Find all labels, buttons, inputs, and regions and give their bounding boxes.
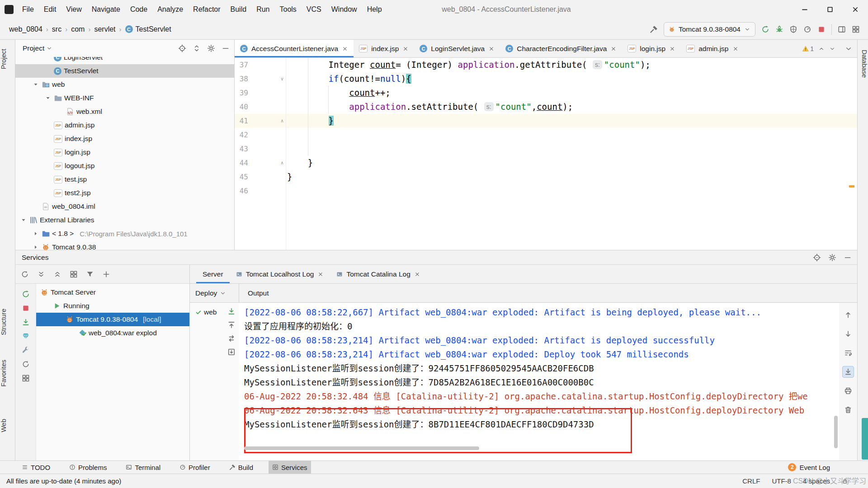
editor-tab-loginservlet-java[interactable]: CLoginServlet.java (414, 40, 500, 57)
output-console[interactable]: [2022-08-06 08:58:22,667] Artifact web_0… (239, 303, 839, 460)
menu-analyze[interactable]: Analyze (152, 0, 188, 19)
maximize-button[interactable] (817, 0, 843, 19)
tree-chevron[interactable] (44, 94, 52, 102)
service-item-running[interactable]: Running (36, 299, 189, 313)
toolwindow-button-profiler[interactable]: Profiler (176, 461, 214, 474)
undeploy-icon[interactable] (227, 321, 236, 329)
toolwindow-button-todo[interactable]: TODO (18, 461, 54, 474)
filter-icon[interactable] (86, 270, 94, 278)
stop-icon[interactable] (22, 304, 30, 312)
console-vertical-scrollbar[interactable] (834, 416, 838, 448)
project-item-test2-jsp[interactable]: JSPtest2.jsp (15, 186, 234, 200)
rerun-icon[interactable] (22, 290, 30, 298)
services-tab-tomcat-catalina-log[interactable]: Tomcat Catalina Log (330, 265, 426, 283)
deploy-icon[interactable] (227, 307, 236, 315)
minimize-button[interactable] (792, 0, 817, 19)
up-button[interactable] (842, 309, 854, 321)
chev-down-icon[interactable] (829, 46, 835, 52)
editor-tab-index-jsp[interactable]: JSPindex.jsp (354, 40, 414, 57)
code-line-40[interactable]: 40 application.setAttribute( s:"count",c… (235, 100, 857, 114)
tree-chevron[interactable] (32, 230, 39, 237)
code-line-41[interactable]: 41∧ } (235, 114, 857, 128)
close-tab-icon[interactable] (488, 46, 495, 52)
breadcrumb-testservlet[interactable]: CTestServlet (125, 25, 171, 33)
service-item-tomcat-server[interactable]: Tomcat Server (36, 286, 189, 299)
project-item-index-jsp[interactable]: JSPindex.jsp (15, 132, 234, 145)
warning-stripe-mark[interactable] (849, 185, 854, 188)
code-line-39[interactable]: 39 count++; (235, 86, 857, 100)
menu-file[interactable]: File (17, 0, 39, 19)
menu-navigate[interactable]: Navigate (87, 0, 125, 19)
project-item-web-inf[interactable]: WEB-INF (15, 91, 234, 105)
editor-tab-login-jsp[interactable]: JSPlogin.jsp (622, 40, 681, 57)
services-tab-server[interactable]: Server (196, 265, 230, 283)
bug-button[interactable] (775, 25, 783, 33)
menu-help[interactable]: Help (362, 0, 387, 19)
print-button[interactable] (842, 385, 854, 397)
minimize-icon[interactable] (844, 253, 852, 262)
code-line-43[interactable]: 43 (235, 142, 857, 156)
breadcrumb-com[interactable]: com (71, 25, 85, 33)
target-icon[interactable] (178, 44, 186, 52)
chevron-down-icon[interactable] (46, 45, 52, 52)
download-icon[interactable] (227, 348, 236, 356)
menu-run[interactable]: Run (251, 0, 274, 19)
toolwindow-button-terminal[interactable]: Terminal (122, 461, 164, 474)
project-item-1-8[interactable]: < 1.8 >C:\Program Files\Java\jdk1.8.0_10… (15, 227, 234, 240)
menu-tools[interactable]: Tools (274, 0, 301, 19)
project-item-external-libraries[interactable]: External Libraries (15, 213, 234, 227)
down-button[interactable] (842, 328, 854, 340)
code-line-37[interactable]: 37 Integer count= (Integer) application.… (235, 58, 857, 72)
status-utf-8[interactable]: UTF-8 (772, 477, 791, 485)
project-item-testservlet[interactable]: CTestServlet (15, 64, 234, 78)
wrap-button[interactable] (842, 347, 854, 359)
tool-stripe-favorites[interactable]: Favorites (0, 360, 15, 387)
group-icon[interactable] (70, 270, 78, 278)
status-crlf[interactable]: CRLF (742, 477, 760, 485)
code-line-44[interactable]: 44∧ } (235, 156, 857, 170)
gem-icon[interactable] (22, 332, 30, 340)
menu-view[interactable]: View (61, 0, 86, 19)
console-horizontal-scrollbar[interactable] (244, 446, 479, 450)
close-tab-icon[interactable] (342, 46, 348, 52)
deployment-item-web[interactable]: web (190, 305, 224, 319)
close-tab-icon[interactable] (669, 46, 675, 52)
breadcrumb-servlet[interactable]: servlet (94, 25, 115, 33)
trash-button[interactable] (842, 404, 854, 416)
toolwindow-button-problems[interactable]: Problems (66, 461, 110, 474)
service-item-tomcat-9-0-38-0804[interactable]: Tomcat 9.0.38-0804[local] (36, 313, 189, 326)
toolwindow-button-build[interactable]: Build (226, 461, 257, 474)
target-icon[interactable] (813, 253, 821, 262)
panels-button[interactable] (838, 25, 846, 33)
event-log-button[interactable]: 2 Event Log (788, 463, 830, 471)
minimize-icon[interactable] (222, 44, 230, 52)
gear-icon[interactable] (828, 253, 836, 262)
close-tab-icon[interactable] (610, 46, 617, 52)
refresh-icon[interactable] (21, 270, 29, 278)
scrollend-button[interactable] (842, 366, 854, 378)
editor-tab-characterencodingfilter-java[interactable]: CCharacterEncodingFilter.java (500, 40, 622, 57)
close-tab-icon[interactable] (414, 271, 420, 277)
service-item-web-0804-war-explod[interactable]: web_0804:war explod (36, 326, 189, 340)
add-icon[interactable] (102, 270, 110, 278)
updown-icon[interactable] (193, 44, 201, 52)
project-item-web-xml[interactable]: web.xml (15, 105, 234, 118)
hidden-tabs-icon[interactable] (844, 45, 853, 53)
project-item-admin-jsp[interactable]: JSPadmin.jsp (15, 118, 234, 132)
code-editor[interactable]: 37 Integer count= (Integer) application.… (235, 58, 857, 250)
chev-up-icon[interactable] (818, 46, 825, 52)
code-line-45[interactable]: 45} (235, 170, 857, 184)
project-item-tomcat-9-0-38[interactable]: Tomcat 9.0.38 (15, 240, 234, 250)
wrench-icon[interactable] (22, 346, 30, 354)
tree-chevron[interactable] (32, 81, 39, 88)
project-item-loginservlet[interactable]: CLoginServlet (15, 57, 234, 64)
project-item-web-0804-iml[interactable]: web_0804.iml (15, 200, 234, 213)
expand-icon[interactable] (37, 270, 45, 278)
collapse-icon[interactable] (53, 270, 61, 278)
grid-button[interactable] (852, 25, 860, 33)
close-tab-icon[interactable] (402, 46, 409, 52)
breadcrumb-web-0804[interactable]: web_0804 (9, 25, 42, 33)
close-tab-icon[interactable] (732, 46, 739, 52)
tool-stripe-web[interactable]: Web (0, 419, 15, 432)
tree-chevron[interactable] (20, 216, 27, 224)
